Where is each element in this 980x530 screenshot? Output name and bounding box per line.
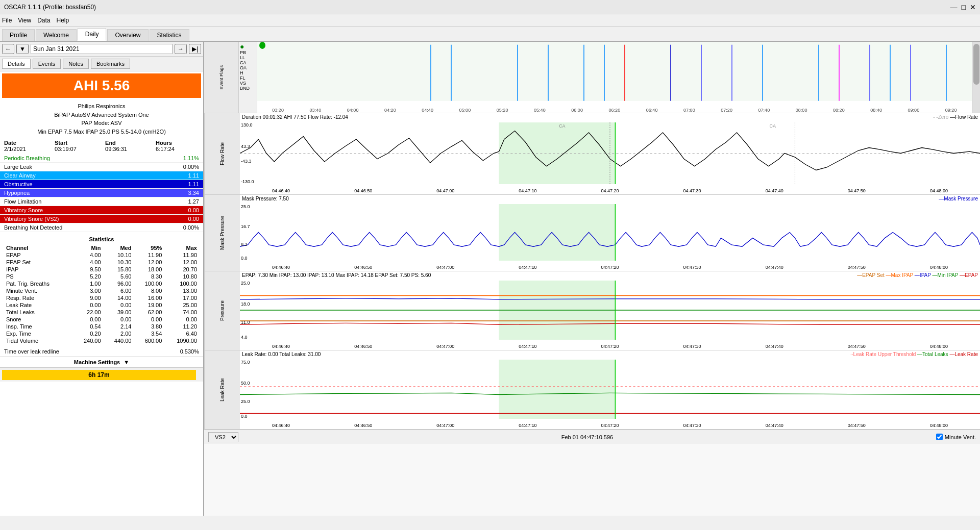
nav-back-button[interactable]: ← (2, 44, 14, 54)
subtab-events[interactable]: Events (33, 59, 61, 69)
p-y-mid1: 18.0 (241, 301, 250, 307)
flag-label-bnd: BND (240, 86, 256, 91)
lr-y-mid1: 50.0 (241, 381, 250, 386)
event-flags-labels: ● PB LL CA OA H FL VS BND (239, 42, 257, 113)
stats-col-min: Min (72, 244, 103, 251)
col-date: Date (4, 140, 55, 146)
time-over-leak-value: 0.530% (180, 348, 199, 355)
close-button[interactable]: ✕ (970, 3, 976, 11)
titlebar-title: OSCAR 1.1.1 (Profile: bossfan50) (4, 4, 96, 11)
flag-label-vs: VS (240, 81, 256, 86)
ahi-display: AHI 5.56 (2, 73, 201, 98)
pressure-legend: —EPAP Set —Max IPAP —IPAP —Min IPAP —EPA… (857, 272, 978, 278)
menu-data[interactable]: Data (37, 17, 50, 24)
green-dot: ● (240, 43, 256, 50)
ca-marker-2: CA (770, 123, 776, 129)
col-end: End (105, 140, 156, 146)
svg-rect-0 (257, 42, 972, 101)
device-brand: Philips Respironics (2, 102, 201, 111)
titlebar-controls: — □ ✕ (950, 3, 976, 11)
tab-welcome[interactable]: Welcome (36, 29, 77, 41)
menu-file[interactable]: File (2, 17, 12, 24)
nav-forward-end-button[interactable]: ▶| (189, 44, 201, 54)
bottom-bar: VS2 Feb 01 04:47:10.596 Minute Vent. (204, 430, 980, 444)
minute-vent-checkbox: Minute Vent. (936, 434, 976, 440)
titlebar: OSCAR 1.1.1 (Profile: bossfan50) — □ ✕ (0, 0, 980, 14)
event-row-vs: Vibratory Snore0.00 (0, 206, 203, 215)
mask-pressure-header: Mask Pressure: 7.50 (242, 196, 289, 201)
lr-y-mid2: 25.0 (241, 399, 250, 404)
minimize-button[interactable]: — (950, 3, 958, 11)
bottom-datetime: Feb 01 04:47:10.596 (242, 434, 932, 440)
event-flags-time-axis: 03:20 03:40 04:00 04:20 04:40 05:00 05:2… (257, 108, 972, 113)
subtab-bookmarks[interactable]: Bookmarks (91, 59, 130, 69)
menu-view[interactable]: View (18, 17, 31, 24)
event-row-vs2: Vibratory Snore (VS2)0.00 (0, 215, 203, 223)
nav-forward-button[interactable]: → (175, 44, 187, 54)
stats-row: Resp. Rate 9.00 14.00 16.00 17.00 (4, 294, 199, 301)
session-info: Date Start End Hours 2/1/2021 03:19:07 0… (0, 138, 203, 154)
tab-statistics[interactable]: Statistics (150, 29, 189, 41)
statistics-title: Statistics (4, 236, 199, 242)
pressure-svg (240, 281, 980, 340)
flow-y-mid2: -43.3 (241, 159, 252, 164)
tab-daily[interactable]: Daily (78, 28, 107, 41)
event-row-oa: Obstructive1.11 (0, 180, 203, 189)
left-panel: ← ▼ Sun Jan 31 2021 → ▶| Details Events … (0, 42, 204, 516)
session-hours: 6:17:24 (156, 146, 199, 152)
mask-pressure-legend: —Mask Pressure (939, 196, 978, 201)
scrollbar[interactable] (972, 42, 980, 113)
tab-overview[interactable]: Overview (107, 29, 148, 41)
stats-row: Pat. Trig. Breaths 1.00 96.00 100.00 100… (4, 280, 199, 287)
session-start: 03:19:07 (55, 146, 105, 152)
event-row-ca: Clear Airway1.11 (0, 171, 203, 180)
pressure-y-label: Pressure (204, 271, 240, 350)
session-date: 2/1/2021 (4, 146, 55, 152)
flow-rate-chart-row: Flow Rate Duration 00:01:32 AHI 77.50 Fl… (204, 113, 980, 195)
vs2-dropdown[interactable]: VS2 (208, 432, 238, 442)
lr-y-bottom: 0.0 (241, 414, 248, 419)
mask-pressure-time-axis: 04:46:40 04:46:50 04:47:00 04:47:10 04:4… (240, 265, 980, 270)
svg-point-18 (259, 42, 265, 49)
subtab-notes[interactable]: Notes (63, 59, 89, 69)
stats-row: PS 5.20 5.60 8.30 10.80 (4, 273, 199, 280)
p-y-mid2: 11.0 (241, 320, 250, 325)
events-list: Periodic Breathing1.11%Large Leak0.00%Cl… (0, 154, 203, 232)
mask-pressure-y-label: Mask Pressure (204, 195, 240, 271)
mp-y-mid2: 8.3 (241, 242, 248, 247)
minute-vent-label: Minute Vent. (945, 434, 976, 440)
flow-rate-y-label: Flow Rate (204, 113, 240, 194)
event-flags-y-label: Event Flags (204, 42, 239, 113)
flow-time-axis: 04:46:40 04:46:50 04:47:00 04:47:10 04:4… (240, 188, 980, 193)
stats-row: Exp. Time 0.20 2.00 3.54 6.40 (4, 330, 199, 337)
flow-rate-title: Duration 00:01:32 AHI 77.50 Flow Rate: -… (242, 114, 348, 120)
scrollbar-thumb[interactable] (973, 44, 979, 85)
leak-rate-chart-row: Leak Rate Leak Rate: 0.00 Total Leaks: 3… (204, 350, 980, 430)
lr-y-top: 75.0 (241, 360, 250, 365)
time-over-leak-label: Time over leak redline (4, 348, 59, 355)
event-row-ll: Large Leak0.00% (0, 163, 203, 171)
flag-label-fl: FL (240, 75, 256, 81)
menu-help[interactable]: Help (57, 17, 69, 24)
stats-col-p95: 95% (133, 244, 164, 251)
pressure-content: EPAP: 7.30 Min IPAP: 13.00 IPAP: 13.10 M… (240, 271, 980, 350)
minute-vent-check[interactable] (936, 434, 943, 440)
stats-col-med: Med (103, 244, 134, 251)
machine-settings: Machine Settings ▼ (0, 357, 203, 367)
nav-date-input[interactable]: Sun Jan 31 2021 (31, 44, 173, 54)
subtab-details[interactable]: Details (2, 59, 31, 69)
stats-row: Insp. Time 0.54 2.14 3.80 11.20 (4, 323, 199, 330)
flow-y-bottom: -130.0 (241, 179, 254, 184)
p-y-top: 25.0 (241, 281, 250, 286)
tab-profile[interactable]: Profile (2, 29, 35, 41)
stats-col-channel: Channel (4, 244, 72, 251)
leak-rate-time-axis: 04:46:40 04:46:50 04:47:00 04:47:10 04:4… (240, 423, 980, 428)
pressure-chart-row: Pressure EPAP: 7.30 Min IPAP: 13.00 IPAP… (204, 271, 980, 350)
event-flags-area: 03:20 03:40 04:00 04:20 04:40 05:00 05:2… (257, 42, 972, 113)
nav-dropdown-button[interactable]: ▼ (16, 44, 29, 54)
maximize-button[interactable]: □ (962, 3, 966, 11)
svg-rect-24 (499, 204, 616, 261)
device-model: BiPAP AutoSV Advanced System One (2, 111, 201, 119)
stats-row: EPAP 4.00 10.10 11.90 11.90 (4, 251, 199, 259)
svg-rect-31 (499, 360, 616, 419)
